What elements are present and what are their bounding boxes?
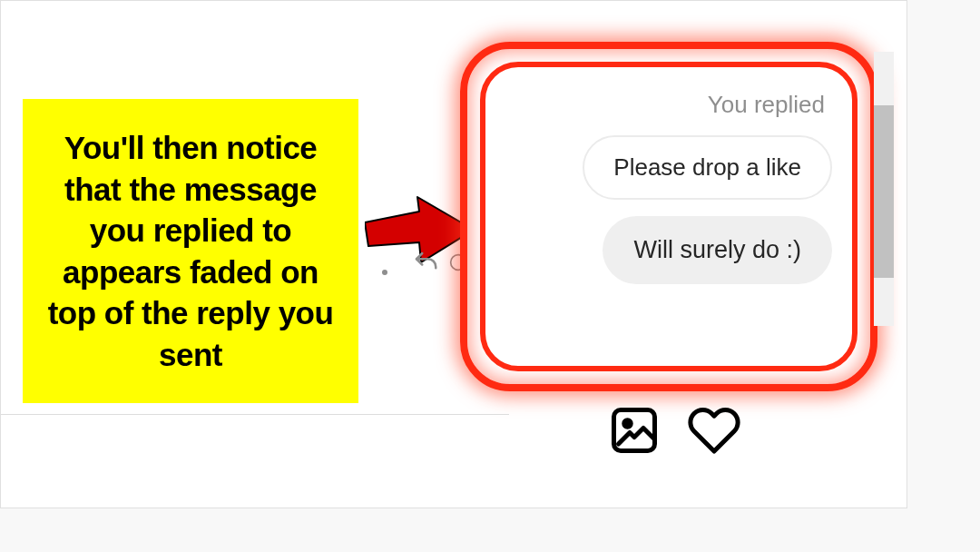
gallery-icon[interactable] — [607, 403, 662, 458]
heart-icon[interactable] — [687, 403, 741, 458]
sent-reply-bubble[interactable]: Will surely do :) — [603, 216, 832, 284]
highlight-annotation: You replied Please drop a like Will sure… — [460, 42, 877, 391]
dot-separator — [382, 270, 387, 275]
sent-reply-text: Will surely do :) — [633, 236, 801, 263]
annotation-callout: You'll then notice that the message you … — [23, 99, 358, 403]
highlight-inner: You replied Please drop a like Will sure… — [480, 62, 858, 371]
message-hover-actions — [411, 248, 467, 277]
scrollbar-thumb[interactable] — [874, 105, 894, 278]
svg-point-3 — [624, 420, 632, 428]
quoted-message-bubble[interactable]: Please drop a like — [583, 135, 832, 200]
composer-actions — [607, 403, 741, 458]
app-canvas: You'll then notice that the message you … — [0, 0, 907, 508]
quoted-message-text: Please drop a like — [613, 153, 801, 181]
callout-text: You'll then notice that the message you … — [39, 127, 342, 375]
reply-action-icon[interactable] — [411, 248, 440, 277]
reply-indicator-label: You replied — [505, 87, 832, 119]
composer-divider — [1, 414, 509, 415]
